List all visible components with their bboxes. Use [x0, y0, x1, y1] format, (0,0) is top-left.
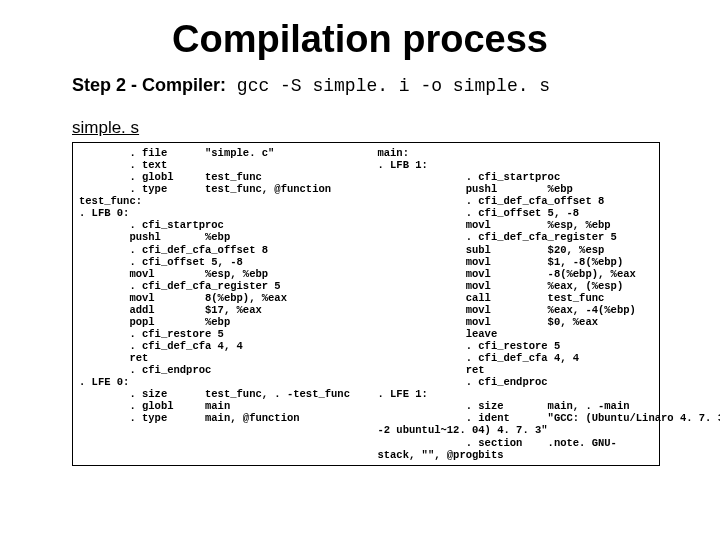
page-title: Compilation process: [30, 18, 690, 61]
slide: Compilation process Step 2 - Compiler: g…: [0, 0, 720, 540]
code-column-left: . file "simple. c" . text . globl test_f…: [79, 147, 377, 461]
code-column-right: main: . LFB 1: . cfi_startproc pushl %eb…: [377, 147, 720, 461]
code-box: . file "simple. c" . text . globl test_f…: [72, 142, 660, 466]
step-command: gcc -S simple. i -o simple. s: [226, 76, 550, 96]
step-prefix: Step 2 - Compiler:: [72, 75, 226, 95]
step-line: Step 2 - Compiler: gcc -S simple. i -o s…: [72, 75, 690, 96]
code-filename: simple. s: [72, 118, 690, 138]
